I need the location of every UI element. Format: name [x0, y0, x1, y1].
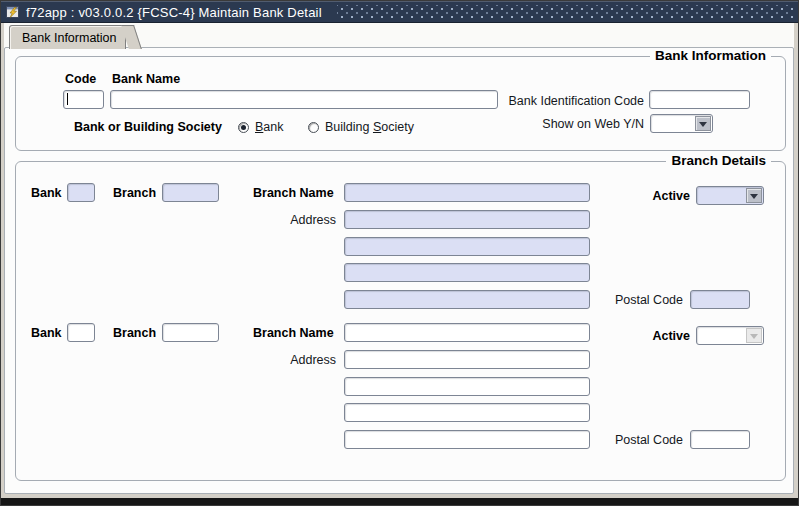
active-dropdown-button[interactable] [746, 328, 762, 343]
bank-identification-code-label: Bank Identification Code [508, 94, 644, 108]
chevron-down-icon [750, 334, 758, 343]
radio-building-society-circle [308, 122, 319, 133]
address-label: Address [290, 353, 336, 367]
window-bottom-edge [1, 498, 798, 505]
show-on-web-dropdown[interactable] [650, 114, 713, 133]
branch-label: Branch [113, 186, 156, 200]
radio-bank-circle [238, 122, 249, 133]
tab-label: Bank Information [22, 31, 117, 45]
chevron-down-icon [699, 122, 707, 131]
postal-code-input[interactable] [690, 290, 750, 309]
address-line-3-input[interactable] [344, 403, 590, 422]
radio-bank-label: Bank [255, 120, 284, 134]
branch-label: Branch [113, 326, 156, 340]
bank-information-legend: Bank Information [650, 48, 771, 63]
form-canvas: Bank Information Code Bank Name Bank Ide… [4, 47, 794, 494]
titlebar-texture [337, 5, 795, 19]
radio-bank[interactable]: Bank [238, 120, 284, 134]
active-dropdown-button[interactable] [746, 188, 762, 203]
application-window: f72app : v03.0.0.2 {FCSC-4} Maintain Ban… [0, 0, 799, 506]
bank-information-frame: Bank Information Code Bank Name Bank Ide… [15, 56, 786, 151]
branch-details-legend: Branch Details [666, 153, 771, 168]
bank-name-label: Bank Name [112, 72, 180, 86]
branch-input[interactable] [162, 183, 219, 202]
branch-name-input[interactable] [344, 183, 590, 202]
radio-building-society[interactable]: Building Society [308, 120, 414, 134]
active-label: Active [652, 189, 690, 203]
bank-input[interactable] [67, 183, 95, 202]
window-title: f72app : v03.0.0.2 {FCSC-4} Maintain Ban… [26, 5, 322, 20]
active-value [697, 187, 745, 204]
bank-label: Bank [31, 186, 62, 200]
address-line-4-input[interactable] [344, 290, 590, 309]
branch-name-input[interactable] [344, 323, 590, 342]
address-line-2-input[interactable] [344, 377, 590, 396]
postal-code-input[interactable] [690, 430, 750, 449]
bank-name-input[interactable] [110, 90, 498, 109]
active-value [697, 327, 745, 344]
code-label: Code [65, 72, 96, 86]
address-line-3-input[interactable] [344, 263, 590, 282]
tab-strip: Bank Information [4, 23, 794, 48]
branch-name-label: Branch Name [253, 326, 334, 340]
tab-bank-information[interactable]: Bank Information [9, 25, 126, 49]
branch-input[interactable] [162, 323, 219, 342]
address-line-1-input[interactable] [344, 210, 590, 229]
address-line-1-input[interactable] [344, 350, 590, 369]
radio-building-society-label: Building Society [325, 120, 414, 134]
active-label: Active [652, 329, 690, 343]
application-icon [5, 4, 21, 20]
active-dropdown[interactable] [696, 186, 764, 205]
bank-or-building-society-label: Bank or Building Society [74, 120, 222, 134]
bank-label: Bank [31, 326, 62, 340]
address-line-2-input[interactable] [344, 237, 590, 256]
postal-code-label: Postal Code [615, 293, 683, 307]
bank-input[interactable] [67, 323, 95, 342]
show-on-web-dropdown-button[interactable] [695, 116, 711, 131]
text-caret [67, 93, 68, 105]
show-on-web-label: Show on Web Y/N [542, 117, 644, 131]
title-bar: f72app : v03.0.0.2 {FCSC-4} Maintain Ban… [1, 1, 798, 23]
postal-code-label: Postal Code [615, 433, 683, 447]
show-on-web-value [651, 115, 694, 132]
branch-details-frame: Branch Details Bank Branch Branch Name A… [15, 161, 786, 481]
branch-name-label: Branch Name [253, 186, 334, 200]
active-dropdown[interactable] [696, 326, 764, 345]
address-line-4-input[interactable] [344, 430, 590, 449]
address-label: Address [290, 213, 336, 227]
chevron-down-icon [750, 194, 758, 203]
code-input[interactable] [63, 90, 104, 109]
bank-identification-code-input[interactable] [649, 90, 750, 109]
